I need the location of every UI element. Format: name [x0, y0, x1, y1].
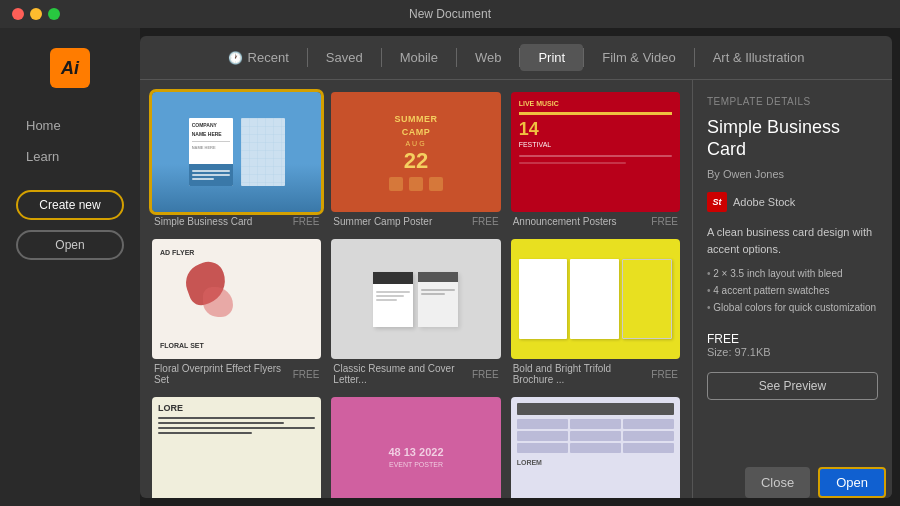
details-bullets: 2 × 3.5 inch layout with bleed 4 accent …	[707, 265, 878, 316]
svg-rect-0	[241, 118, 285, 186]
app-footer: Close Open	[731, 459, 900, 506]
see-preview-button[interactable]: See Preview	[707, 372, 878, 400]
template-item-business-card[interactable]: COMPANY NAME HERE NAME HERE	[152, 92, 321, 229]
window-title: New Document	[409, 7, 491, 21]
trifold-preview	[511, 239, 680, 359]
tab-film-video[interactable]: Film & Video	[584, 44, 693, 71]
tab-art-illustration[interactable]: Art & Illustration	[695, 44, 823, 71]
template-label-resume: Classic Resume and Cover Letter... FREE	[331, 359, 500, 387]
summer-camp-preview: SUMMER CAMP AUG 22	[331, 92, 500, 212]
tab-web[interactable]: Web	[457, 44, 520, 71]
calendar-preview: LOREM	[511, 397, 680, 498]
template-thumb-floral[interactable]: AD FLYER FLORAL SET	[152, 239, 321, 359]
details-price: FREE	[707, 332, 878, 346]
template-item-announcement[interactable]: LIVE MUSIC 14 FESTIVAL Announcement Post…	[511, 92, 680, 229]
template-item-trifold[interactable]: Bold and Bright Trifold Brochure ... FRE…	[511, 239, 680, 387]
tabs-bar: 🕐 Recent Saved Mobile Web Print Film & V…	[140, 36, 892, 80]
details-section-label: TEMPLATE DETAILS	[707, 96, 878, 107]
adobe-stock-label: Adobe Stock	[733, 196, 795, 208]
sidebar-item-home[interactable]: Home	[16, 112, 124, 139]
main-container: Ai Home Learn Create new Open 🕐 Recent S…	[0, 28, 900, 506]
traffic-lights	[0, 8, 60, 20]
template-label-floral: Floral Overprint Effect Flyers Set FREE	[152, 359, 321, 387]
template-label-business-card: Simple Business Card FREE	[152, 212, 321, 229]
maximize-button[interactable]	[48, 8, 60, 20]
details-bullet-1: 2 × 3.5 inch layout with bleed	[707, 265, 878, 282]
title-bar: New Document	[0, 0, 900, 28]
lorem-preview: LORE	[152, 397, 321, 498]
open-dialog-button[interactable]: Open	[818, 467, 886, 498]
template-grid: COMPANY NAME HERE NAME HERE	[152, 92, 680, 498]
biz-card-back	[241, 118, 285, 186]
close-dialog-button[interactable]: Close	[745, 467, 810, 498]
floral-preview: AD FLYER FLORAL SET	[152, 239, 321, 359]
details-description: A clean business card design with accent…	[707, 224, 878, 257]
template-thumb-resume[interactable]	[331, 239, 500, 359]
template-label-summer-camp: Summer Camp Poster FREE	[331, 212, 500, 229]
resume-preview	[331, 239, 500, 359]
ai-logo: Ai	[50, 48, 90, 88]
template-item-summer-camp[interactable]: SUMMER CAMP AUG 22	[331, 92, 500, 229]
sidebar-actions: Create new Open	[0, 190, 140, 260]
details-title: Simple Business Card	[707, 117, 878, 160]
template-thumb-announcement[interactable]: LIVE MUSIC 14 FESTIVAL	[511, 92, 680, 212]
grid-svg	[241, 118, 285, 186]
template-item-lorem[interactable]: LORE	[152, 397, 321, 498]
template-item-pink[interactable]: 48 13 2022 EVENT POSTER	[331, 397, 500, 498]
new-document-dialog: 🕐 Recent Saved Mobile Web Print Film & V…	[140, 36, 892, 498]
template-label-announcement: Announcement Posters FREE	[511, 212, 680, 229]
template-grid-area: COMPANY NAME HERE NAME HERE	[140, 80, 692, 498]
template-thumb-trifold[interactable]	[511, 239, 680, 359]
template-thumb-lorem[interactable]: LORE	[152, 397, 321, 498]
template-label-trifold: Bold and Bright Trifold Brochure ... FRE…	[511, 359, 680, 387]
business-card-preview: COMPANY NAME HERE NAME HERE	[152, 92, 321, 212]
template-thumb-pink[interactable]: 48 13 2022 EVENT POSTER	[331, 397, 500, 498]
adobe-stock-logo: St	[707, 192, 727, 212]
template-item-resume[interactable]: Classic Resume and Cover Letter... FREE	[331, 239, 500, 387]
biz-card-front: COMPANY NAME HERE NAME HERE	[189, 118, 233, 186]
pink-preview: 48 13 2022 EVENT POSTER	[331, 397, 500, 498]
template-item-floral[interactable]: AD FLYER FLORAL SET Floral Overprint Eff…	[152, 239, 321, 387]
details-panel: TEMPLATE DETAILS Simple Business Card By…	[692, 80, 892, 498]
details-size: Size: 97.1KB	[707, 346, 878, 358]
announcement-preview: LIVE MUSIC 14 FESTIVAL	[511, 92, 680, 212]
details-bullet-2: 4 accent pattern swatches	[707, 282, 878, 299]
tab-mobile[interactable]: Mobile	[382, 44, 456, 71]
template-thumb-calendar[interactable]: LOREM	[511, 397, 680, 498]
details-bullet-3: Global colors for quick customization	[707, 299, 878, 316]
template-thumb-business-card[interactable]: COMPANY NAME HERE NAME HERE	[152, 92, 321, 212]
tab-recent[interactable]: 🕐 Recent	[210, 44, 307, 71]
template-thumb-summer-camp[interactable]: SUMMER CAMP AUG 22	[331, 92, 500, 212]
dialog-content: COMPANY NAME HERE NAME HERE	[140, 80, 892, 498]
open-button[interactable]: Open	[16, 230, 124, 260]
create-new-button[interactable]: Create new	[16, 190, 124, 220]
sidebar-nav: Home Learn	[0, 112, 140, 170]
template-item-calendar[interactable]: LOREM	[511, 397, 680, 498]
sidebar: Ai Home Learn Create new Open	[0, 28, 140, 506]
tab-print[interactable]: Print	[520, 44, 583, 71]
tab-saved[interactable]: Saved	[308, 44, 381, 71]
adobe-stock-badge: St Adobe Stock	[707, 192, 878, 212]
sidebar-item-learn[interactable]: Learn	[16, 143, 124, 170]
minimize-button[interactable]	[30, 8, 42, 20]
details-author: By Owen Jones	[707, 168, 878, 180]
close-button[interactable]	[12, 8, 24, 20]
